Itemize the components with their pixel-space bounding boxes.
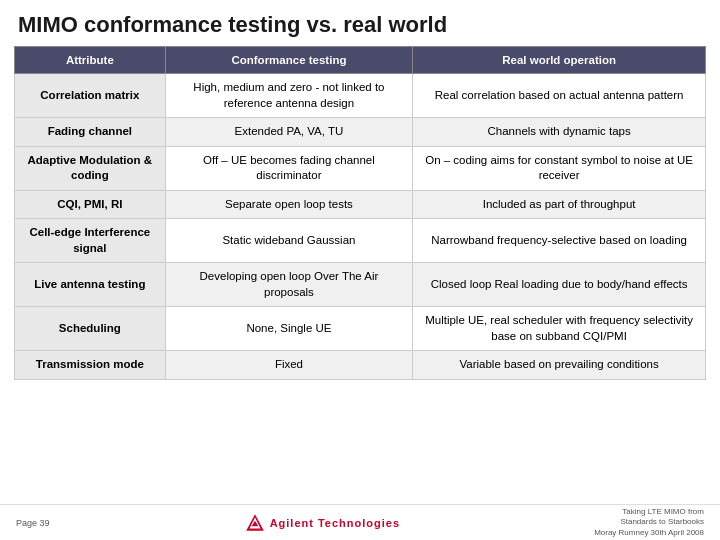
table-row: Fading channelExtended PA, VA, TUChannel… <box>15 118 706 147</box>
table-wrapper: Attribute Conformance testing Real world… <box>0 46 720 380</box>
col-header-attribute: Attribute <box>15 47 166 74</box>
cell-conformance: Off – UE becomes fading channel discrimi… <box>165 146 413 190</box>
cell-attribute: Adaptive Modulation & coding <box>15 146 166 190</box>
col-header-conformance: Conformance testing <box>165 47 413 74</box>
agilent-logo-icon <box>244 512 266 534</box>
cell-attribute: Live antenna testing <box>15 263 166 307</box>
table-row: Live antenna testingDeveloping open loop… <box>15 263 706 307</box>
cell-realworld: Variable based on prevailing conditions <box>413 351 706 380</box>
table-row: Cell-edge Interference signalStatic wide… <box>15 219 706 263</box>
footer: Page 39 Agilent Technologies Taking LTE … <box>0 504 720 540</box>
cell-conformance: None, Single UE <box>165 307 413 351</box>
col-header-realworld: Real world operation <box>413 47 706 74</box>
cell-conformance: Fixed <box>165 351 413 380</box>
cell-conformance: Extended PA, VA, TU <box>165 118 413 147</box>
cell-realworld: Closed loop Real loading due to body/han… <box>413 263 706 307</box>
comparison-table: Attribute Conformance testing Real world… <box>14 46 706 380</box>
cell-realworld: On – coding aims for constant symbol to … <box>413 146 706 190</box>
table-row: Transmission modeFixedVariable based on … <box>15 351 706 380</box>
table-row: Correlation matrixHigh, medium and zero … <box>15 74 706 118</box>
logo-text: Agilent Technologies <box>270 517 400 529</box>
cell-attribute: Correlation matrix <box>15 74 166 118</box>
table-row: SchedulingNone, Single UEMultiple UE, re… <box>15 307 706 351</box>
cell-attribute: Cell-edge Interference signal <box>15 219 166 263</box>
cell-conformance: High, medium and zero - not linked to re… <box>165 74 413 118</box>
cell-realworld: Real correlation based on actual antenna… <box>413 74 706 118</box>
cell-realworld: Channels with dynamic taps <box>413 118 706 147</box>
cell-attribute: Scheduling <box>15 307 166 351</box>
cell-attribute: Fading channel <box>15 118 166 147</box>
footer-logo: Agilent Technologies <box>244 512 400 534</box>
cell-conformance: Separate open loop tests <box>165 190 413 219</box>
cell-conformance: Developing open loop Over The Air propos… <box>165 263 413 307</box>
cell-conformance: Static wideband Gaussian <box>165 219 413 263</box>
page-number: Page 39 <box>16 518 50 528</box>
cell-attribute: Transmission mode <box>15 351 166 380</box>
cell-realworld: Included as part of throughput <box>413 190 706 219</box>
footer-note: Taking LTE MIMO from Standards to Starbo… <box>594 507 704 538</box>
cell-attribute: CQI, PMI, RI <box>15 190 166 219</box>
page-title: MIMO conformance testing vs. real world <box>0 0 720 46</box>
table-row: Adaptive Modulation & codingOff – UE bec… <box>15 146 706 190</box>
cell-realworld: Multiple UE, real scheduler with frequen… <box>413 307 706 351</box>
cell-realworld: Narrowband frequency-selective based on … <box>413 219 706 263</box>
table-row: CQI, PMI, RISeparate open loop testsIncl… <box>15 190 706 219</box>
